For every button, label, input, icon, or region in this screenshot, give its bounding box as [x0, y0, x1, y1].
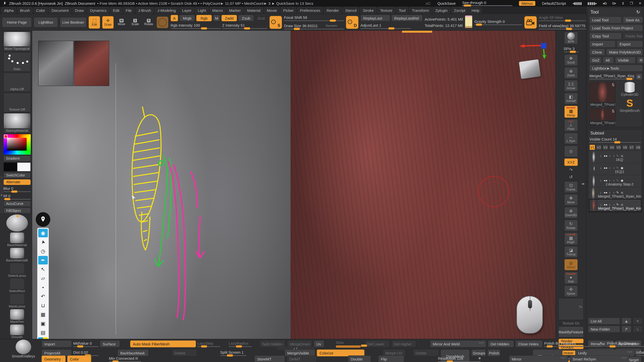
close-button[interactable]: ✕	[638, 1, 641, 6]
mask-pen-button[interactable]: MaskPen	[4, 309, 31, 324]
color-swatches[interactable]	[4, 162, 31, 171]
uv-button[interactable]: Uv	[314, 340, 324, 347]
lightbox-tools-button[interactable]: Lightbox►Tools	[589, 65, 643, 72]
gravity-strength-slider[interactable]: Gravity Strength 0	[474, 19, 522, 26]
menu-preferences[interactable]: Preferences	[297, 7, 323, 13]
menu-macro[interactable]: Macro	[210, 7, 225, 13]
menu-render[interactable]: Render	[324, 7, 341, 13]
live-boolean-button[interactable]: Live Boolean	[60, 17, 87, 27]
mask-lasso-button[interactable]: MaskLasso	[4, 294, 31, 308]
menu-stroke[interactable]: Stroke	[360, 7, 376, 13]
tool-thumb-simplebrush[interactable]: S SimpleBrush	[617, 98, 642, 113]
clone-button[interactable]: Clone	[589, 49, 605, 56]
polish-by-groups-slider[interactable]: Polish By Groups	[607, 340, 644, 348]
paste-tool-button[interactable]: Paste Tool	[623, 33, 643, 39]
camera-lock-icon[interactable]: ⊙	[564, 146, 578, 157]
menu-j-modeling[interactable]: J-Modeling	[155, 7, 178, 13]
tab-v6[interactable]: V6	[622, 145, 628, 150]
m-button[interactable]: M	[213, 15, 220, 21]
subtool-row-5-selected[interactable]: ⇣●●◐◑✎◉ Merged_TPose1_Ryan_Kingslie	[589, 199, 641, 211]
move-in[interactable]: ↳	[633, 326, 643, 333]
viewport-right-ecorche-model[interactable]	[291, 31, 555, 339]
color-button[interactable]: Color	[67, 355, 91, 362]
lazystep-slider[interactable]: LazyStep	[197, 340, 220, 348]
divider-left-icon[interactable]: ◂⧉	[602, 1, 607, 6]
import-button[interactable]: Import	[589, 41, 616, 48]
marker-pen-icon[interactable]: ✒	[38, 256, 48, 264]
smoothvalleys-brush-button[interactable]: SmoothValleys	[7, 340, 40, 358]
rgb-intensity-slider[interactable]: Rgb Intensity 100	[171, 22, 221, 30]
color-picker[interactable]	[4, 134, 31, 155]
subtool-row-4[interactable]: ⇣●●◐◑✎◉ Merged_TPose1_Ryan_Kingslie	[589, 187, 641, 199]
trash-icon[interactable]: ⊔	[38, 301, 48, 310]
tab-v4[interactable]: V4	[609, 145, 615, 150]
minimize-button[interactable]: ⊻	[622, 1, 624, 6]
visible-count-slider[interactable]: Visible Count 14	[589, 136, 641, 144]
menu-marker[interactable]: Marker	[227, 7, 244, 13]
tab-v1[interactable]: V1	[589, 145, 595, 150]
tab-v3[interactable]: V3	[602, 145, 608, 150]
document-canvas[interactable]: ◉ ➤ ◷ ✒ ↖ ▱ ● ↶ ⊔ ▦ ▣ ▤	[32, 31, 555, 339]
camera-orientation-cube[interactable]	[519, 59, 541, 79]
persp-button[interactable]: Dynamic▦Persp	[564, 106, 578, 118]
rotate-button[interactable]: RRotate	[143, 16, 154, 29]
delete-button[interactable]: Delete	[172, 349, 197, 356]
resolution-128-slider[interactable]: Resolution 128	[438, 355, 481, 362]
divider-right-icon[interactable]: ⧉▸	[612, 1, 616, 6]
zsub-button[interactable]: Zsub	[238, 15, 254, 21]
current-alpha-button[interactable]: Alpha Off	[4, 73, 31, 92]
undo-icon[interactable]: ↶	[38, 292, 48, 301]
current-material-button[interactable]: StartupMaterial	[4, 113, 31, 133]
gradient-button[interactable]: Gradient	[4, 156, 31, 161]
tool-thumb-cylinder3d[interactable]: Cylinder3D	[617, 82, 642, 97]
move-button[interactable]: ✥Move	[564, 194, 578, 206]
annotation-pen-toolbar[interactable]: ◉ ➤ ◷ ✒ ↖ ▱ ● ↶ ⊔ ▦ ▣ ▤	[37, 212, 53, 339]
close-holes-button[interactable]: Close Holes	[515, 340, 543, 347]
menu-light[interactable]: Light	[195, 7, 209, 13]
menu-dynamics[interactable]: Dynamics	[88, 7, 109, 13]
r-button[interactable]: R	[637, 57, 644, 64]
delmt-button[interactable]: DelMT	[287, 355, 317, 362]
all-button[interactable]: All	[603, 57, 614, 64]
min-connected-r-slider[interactable]: Min Connected R	[109, 355, 141, 362]
camera-icon[interactable]	[524, 16, 537, 29]
tab-v8[interactable]: V8	[635, 145, 641, 150]
scale-button[interactable]: SScale	[129, 16, 141, 29]
switchcolor-button[interactable]: SwitchColor	[4, 172, 31, 178]
import-button[interactable]: Import	[42, 340, 72, 347]
gravity-direction-icon[interactable]	[465, 15, 472, 29]
lazyradius-slider[interactable]: LazyRadius	[229, 340, 252, 348]
rotate-z-icon[interactable]: ↺	[564, 174, 578, 180]
solo-button[interactable]: Dynamic●Solo	[564, 272, 578, 284]
spix-3-slider[interactable]: SPix 3	[564, 46, 578, 53]
sculptris-pro-button[interactable]	[156, 16, 169, 28]
texture-preview-box[interactable]: Te	[558, 298, 584, 320]
menu-j-brush[interactable]: J-Brush	[136, 7, 154, 13]
timeline-marker[interactable]	[402, 31, 432, 33]
menu-edit[interactable]: Edit	[110, 7, 122, 13]
tool-r-button[interactable]: R	[635, 73, 642, 80]
restore-button[interactable]: ❐	[630, 1, 633, 6]
eraser-icon[interactable]: ▱	[38, 274, 48, 283]
subtool-down[interactable]: ▼	[633, 318, 643, 325]
select-lasso-button[interactable]: SelectLasso	[4, 263, 31, 278]
tab-v5[interactable]: V5	[616, 145, 621, 150]
tool-thumb-merged-1[interactable]: 5 Merged_TPose1_	[589, 82, 616, 107]
polyf-button[interactable]: Line Fill▦PolyF	[564, 233, 578, 245]
subtool-row-1[interactable]: ⇣●●◐◑✎◉ 16강	[589, 151, 641, 163]
timer-tool-icon[interactable]: ◷	[38, 247, 48, 255]
edit-button[interactable]: ⬚Edit	[89, 16, 100, 29]
mrgb-button[interactable]: Mrgb	[179, 15, 195, 21]
main-color-swatch[interactable]	[4, 162, 17, 171]
actual-button[interactable]: 1:1Actual	[564, 80, 578, 92]
transp-button[interactable]: ◪Transp	[564, 246, 578, 258]
floor-button[interactable]: x y z⊥Floor	[564, 119, 578, 131]
menu-file[interactable]: File	[123, 7, 134, 13]
visibility-eye-icon[interactable]: ◉	[38, 229, 48, 237]
del-hidden-button[interactable]: Del Hidden	[488, 340, 514, 347]
zoom3d-button[interactable]: ⊕Zoom3D	[564, 207, 578, 218]
surface-button[interactable]: Surface	[100, 340, 120, 347]
menu-color[interactable]: Color	[34, 7, 48, 13]
dynamic-label[interactable]: Dynamic	[326, 24, 337, 27]
draw-button[interactable]: ✛Draw	[102, 16, 114, 29]
